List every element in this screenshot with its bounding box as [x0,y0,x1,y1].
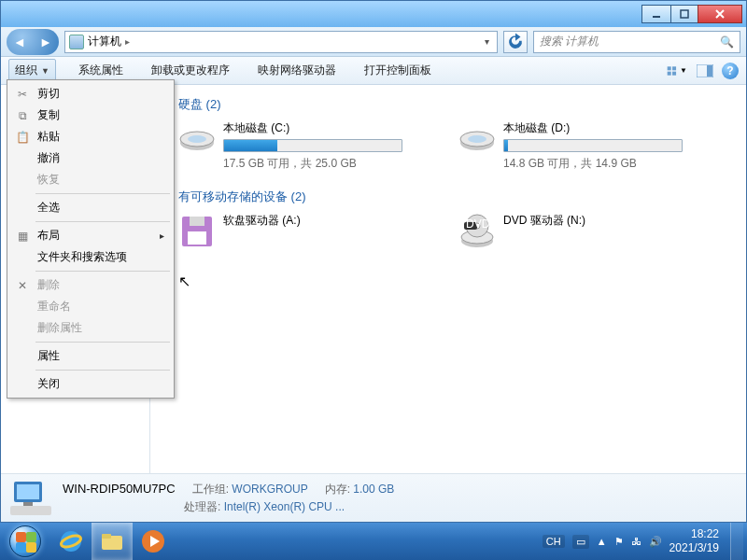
map-network-drive-button[interactable]: 映射网络驱动器 [252,60,342,81]
organize-menu: ✂剪切 ⧉复制 📋粘贴 撤消 恢复 全选 ▦布局▸ 文件夹和搜索选项 ✕删除 重… [7,79,175,399]
system-properties-button[interactable]: 系统属性 [73,60,129,81]
tray-expand-icon[interactable]: ▲ [597,536,607,547]
details-pane: WIN-RDIP50MU7PC 工作组: WORKGROUP 内存: 1.00 … [1,473,746,522]
windows-orb-icon [9,525,41,557]
drive-d[interactable]: 本地磁盘 (D:) 14.8 GB 可用，共 14.9 GB [458,120,683,172]
svg-rect-25 [10,506,51,515]
preview-pane-button[interactable] [694,61,716,81]
volume-icon[interactable]: 🔊 [649,536,662,548]
taskbar-explorer[interactable] [92,523,133,560]
menu-remove-props: 删除属性 [9,317,172,339]
svg-rect-2 [668,66,671,70]
usage-fill [224,140,277,151]
address-bar[interactable]: 计算机 ▸ ▾ [64,31,498,53]
menu-layout[interactable]: ▦布局▸ [9,225,172,246]
computer-icon [10,480,51,517]
menu-properties[interactable]: 属性 [9,345,172,367]
taskbar[interactable]: CH ▭ ▲ ⚑ 🖧 🔊 18:22 2021/3/19 [0,523,747,560]
hdd-icon [458,120,496,152]
computer-icon [69,35,84,49]
ime-mode[interactable]: ▭ [572,535,589,549]
svg-rect-15 [190,217,204,226]
back-icon[interactable]: ◄ [13,35,26,49]
taskbar-ie[interactable] [50,523,92,560]
chevron-right-icon: ▸ [160,231,164,241]
drive-n[interactable]: DVD DVD 驱动器 (N:) [458,213,683,250]
content-pane: 硬盘 (2) 本地磁盘 (C:) 17.5 GB 可用，共 25.0 GB 本地… [150,85,746,473]
menu-paste[interactable]: 📋粘贴 [9,126,172,147]
date: 2021/3/19 [669,541,719,555]
copy-icon: ⧉ [15,108,30,123]
svg-rect-0 [653,16,660,18]
svg-rect-26 [23,502,33,506]
menu-redo: 恢复 [9,169,172,190]
menu-close[interactable]: 关闭 [9,373,172,395]
menu-select-all[interactable]: 全选 [9,197,172,218]
svg-rect-24 [17,484,39,499]
menu-sep [35,342,170,343]
section-hard-disks: 硬盘 (2) [178,96,746,113]
nav-row: ◄ ► 计算机 ▸ ▾ 搜索 计算机 🔍 [1,27,746,57]
chevron-right-icon[interactable]: ▸ [125,36,130,47]
view-mode-button[interactable]: ▼ [666,61,688,81]
clock[interactable]: 18:22 2021/3/19 [669,527,723,555]
svg-rect-7 [707,65,712,77]
forward-icon[interactable]: ► [39,35,52,49]
explorer-window: ◄ ► 计算机 ▸ ▾ 搜索 计算机 🔍 组织▼ 系统属性 卸载或更改程序 映射… [0,0,747,523]
svg-point-13 [468,135,486,143]
nav-back-forward[interactable]: ◄ ► [7,29,59,55]
maximize-button[interactable] [670,5,698,23]
titlebar[interactable] [1,1,746,27]
drive-label: 本地磁盘 (D:) [503,120,683,136]
menu-copy[interactable]: ⧉复制 [9,105,172,126]
close-button[interactable] [698,5,742,23]
menu-sep [35,271,170,272]
drive-label: DVD 驱动器 (N:) [503,213,683,229]
drive-stats: 17.5 GB 可用，共 25.0 GB [223,156,402,172]
open-control-panel-button[interactable]: 打开控制面板 [359,60,437,81]
menu-folder-options[interactable]: 文件夹和搜索选项 [9,246,172,268]
drive-c[interactable]: 本地磁盘 (C:) 17.5 GB 可用，共 25.0 GB [178,120,402,172]
scissors-icon: ✂ [15,87,30,102]
search-icon: 🔍 [720,35,734,49]
svg-rect-5 [672,71,676,75]
svg-rect-30 [102,534,111,539]
time: 18:22 [669,527,719,541]
uninstall-programs-button[interactable]: 卸载或更改程序 [146,60,235,81]
search-input[interactable]: 搜索 计算机 🔍 [533,31,740,53]
layout-icon: ▦ [15,229,30,244]
caret-down-icon: ▼ [41,66,49,76]
menu-sep [35,370,170,371]
search-placeholder: 搜索 计算机 [540,34,599,49]
address-segment[interactable]: 计算机 [88,34,121,49]
drive-a[interactable]: 软盘驱动器 (A:) [178,213,402,250]
refresh-button[interactable] [503,31,528,53]
section-removable: 有可移动存储的设备 (2) [178,189,746,205]
network-icon[interactable]: 🖧 [631,536,641,547]
svg-rect-16 [188,231,206,245]
show-desktop-button[interactable] [730,523,743,560]
drive-label: 本地磁盘 (C:) [223,120,402,136]
menu-sep [35,221,170,222]
menu-delete: ✕删除 [9,274,172,296]
svg-rect-1 [681,10,688,18]
help-button[interactable]: ? [722,63,739,79]
svg-text:DVD: DVD [466,217,490,231]
usage-bar [503,139,683,152]
usage-bar [223,139,402,152]
drive-stats: 14.8 GB 可用，共 14.9 GB [503,156,683,172]
action-center-icon[interactable]: ⚑ [614,536,624,548]
svg-rect-3 [672,66,676,70]
start-button[interactable] [0,523,50,560]
menu-cut[interactable]: ✂剪切 [9,83,172,105]
taskbar-media-player[interactable] [133,523,174,560]
ime-lang[interactable]: CH [543,535,565,548]
usage-fill [504,140,508,151]
hdd-icon [178,120,216,152]
paste-icon: 📋 [15,130,30,145]
menu-undo[interactable]: 撤消 [9,147,172,169]
menu-sep [35,193,170,194]
minimize-button[interactable] [641,5,671,23]
address-dropdown-icon[interactable]: ▾ [481,36,493,47]
dvd-icon: DVD [458,213,496,250]
